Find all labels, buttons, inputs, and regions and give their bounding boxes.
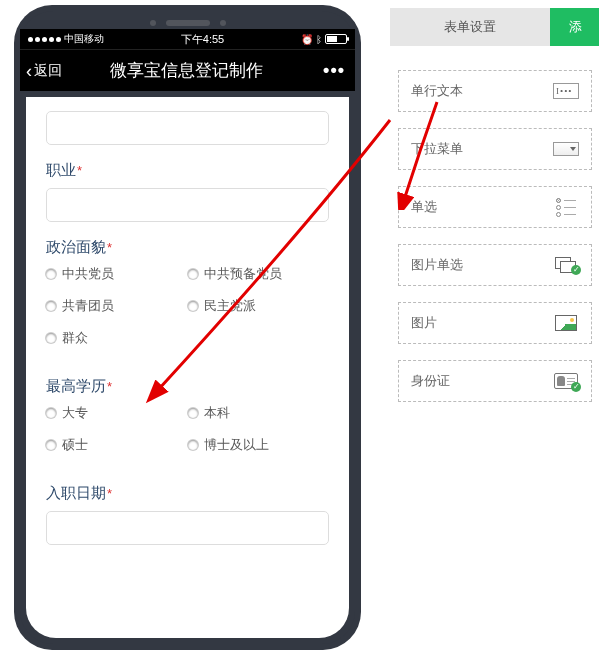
chevron-left-icon: ‹	[26, 62, 32, 80]
signal-icon	[28, 37, 61, 42]
nav-bar: ‹ 返回 微享宝信息登记制作 •••	[20, 49, 355, 91]
component-label: 单行文本	[411, 82, 463, 100]
phone-inner: 中国移动 下午4:55 ⏰ ᛒ ‹ 返回 微享宝信息登记制作 •••	[20, 11, 355, 644]
radio-label: 中共党员	[62, 265, 114, 283]
component-label: 下拉菜单	[411, 140, 463, 158]
required-mark: *	[77, 163, 82, 178]
required-mark: *	[107, 240, 112, 255]
phone-frame: 中国移动 下午4:55 ⏰ ᛒ ‹ 返回 微享宝信息登记制作 •••	[14, 5, 361, 650]
radio-label: 民主党派	[204, 297, 256, 315]
occupation-input[interactable]	[46, 188, 329, 222]
bluetooth-icon: ᛒ	[316, 34, 322, 45]
field-hiredate: 入职日期*	[46, 484, 329, 545]
political-label: 政治面貌	[46, 238, 106, 255]
component-label: 身份证	[411, 372, 450, 390]
required-mark: *	[107, 379, 112, 394]
image-icon	[553, 314, 579, 332]
radio-option[interactable]: 中共党员	[46, 265, 188, 283]
hiredate-label: 入职日期	[46, 484, 106, 501]
component-select[interactable]: 下拉菜单	[398, 128, 592, 170]
tab-form-settings[interactable]: 表单设置	[390, 8, 550, 46]
radio-option[interactable]: 民主党派	[188, 297, 330, 315]
component-label: 图片单选	[411, 256, 463, 274]
component-image-radio[interactable]: 图片单选 ✓	[398, 244, 592, 286]
tab-add[interactable]: 添	[550, 8, 599, 46]
radio-option[interactable]: 硕士	[46, 436, 188, 454]
radio-icon	[46, 301, 56, 311]
field-unlabeled-top	[46, 111, 329, 145]
hiredate-input[interactable]	[46, 511, 329, 545]
required-mark: *	[107, 486, 112, 501]
page-title: 微享宝信息登记制作	[50, 59, 323, 82]
clock-label: 下午4:55	[181, 32, 224, 47]
radio-icon	[188, 301, 198, 311]
component-label: 单选	[411, 198, 437, 216]
radio-option[interactable]: 中共预备党员	[188, 265, 330, 283]
radio-label: 群众	[62, 329, 88, 347]
field-education: 最高学历* 大专 本科 硕士 博士及以上	[46, 377, 329, 468]
image-radio-icon: ✓	[553, 256, 579, 274]
radio-label: 本科	[204, 404, 230, 422]
radio-icon	[46, 269, 56, 279]
alarm-icon: ⏰	[301, 34, 313, 45]
battery-icon	[325, 34, 347, 44]
more-button[interactable]: •••	[323, 60, 349, 81]
carrier-label: 中国移动	[64, 32, 104, 46]
radio-icon	[46, 440, 56, 450]
field-political: 政治面貌* 中共党员 中共预备党员 共青团员 民主党派 群众	[46, 238, 329, 361]
text-input-icon: I•••	[553, 82, 579, 100]
idcard-icon: ✓	[553, 372, 579, 390]
radio-option[interactable]: 本科	[188, 404, 330, 422]
component-single-text[interactable]: 单行文本 I•••	[398, 70, 592, 112]
component-idcard[interactable]: 身份证 ✓	[398, 360, 592, 402]
component-radio[interactable]: 单选	[398, 186, 592, 228]
occupation-label: 职业	[46, 161, 76, 178]
radio-icon	[188, 440, 198, 450]
radio-option[interactable]: 共青团员	[46, 297, 188, 315]
status-bar: 中国移动 下午4:55 ⏰ ᛒ	[20, 29, 355, 49]
radio-label: 大专	[62, 404, 88, 422]
phone-earpiece	[20, 11, 355, 29]
radio-option[interactable]: 博士及以上	[188, 436, 330, 454]
radio-label: 共青团员	[62, 297, 114, 315]
radio-icon	[46, 333, 56, 343]
select-icon	[553, 140, 579, 158]
radio-label: 硕士	[62, 436, 88, 454]
radio-icon	[188, 269, 198, 279]
radio-option[interactable]: 群众	[46, 329, 188, 347]
form-area: 职业* 政治面貌* 中共党员 中共预备党员 共青团员 民主党派 群众 最高	[26, 97, 349, 638]
component-panel: 表单设置 添 单行文本 I••• 下拉菜单 单选 图片单选 ✓	[390, 8, 599, 418]
radio-label: 中共预备党员	[204, 265, 282, 283]
radio-list-icon	[553, 198, 579, 216]
component-image[interactable]: 图片	[398, 302, 592, 344]
text-input[interactable]	[46, 111, 329, 145]
radio-label: 博士及以上	[204, 436, 269, 454]
field-occupation: 职业*	[46, 161, 329, 222]
radio-option[interactable]: 大专	[46, 404, 188, 422]
education-label: 最高学历	[46, 377, 106, 394]
radio-icon	[188, 408, 198, 418]
radio-icon	[46, 408, 56, 418]
component-label: 图片	[411, 314, 437, 332]
